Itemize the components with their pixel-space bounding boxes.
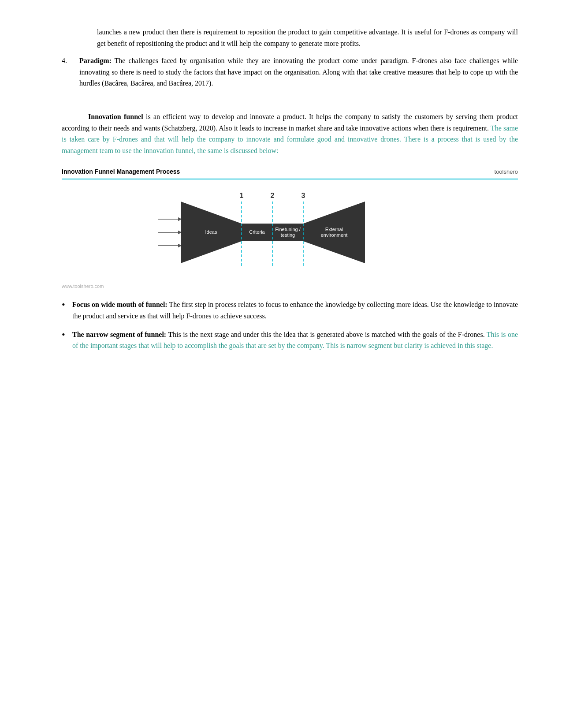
funnel-svg: 1 2 3 Ideas Criteria Finetuning / testin… — [153, 188, 427, 276]
item-bold-label: Paradigm: — [79, 57, 112, 64]
bullet-2-bold: The narrow segment of funnel: T — [72, 331, 173, 338]
intro-paragraph: launches a new product then there is req… — [97, 26, 518, 49]
item-content: Paradigm: The challenges faced by organi… — [79, 55, 518, 89]
svg-text:testing: testing — [280, 232, 294, 238]
bullet-content-2: The narrow segment of funnel: This is th… — [72, 329, 518, 351]
bullet-content-1: Focus on wide mouth of funnel: The first… — [72, 299, 518, 321]
numbered-item-4: 4. Paradigm: The challenges faced by org… — [62, 55, 518, 89]
bullet-dot-1: • — [62, 298, 72, 312]
diagram-header: Innovation Funnel Management Process too… — [62, 167, 518, 179]
intro-text: launches a new product then there is req… — [97, 28, 518, 47]
bullet-2-black: his is the next stage and under this the… — [173, 331, 485, 338]
bullet-item-1: • Focus on wide mouth of funnel: The fir… — [62, 299, 518, 321]
innovation-funnel-title: Innovation funnel — [88, 113, 143, 120]
bullet-dot-2: • — [62, 328, 72, 342]
svg-text:2: 2 — [270, 192, 274, 199]
svg-text:environment: environment — [320, 232, 347, 238]
watermark: www.toolshero.com — [62, 283, 518, 291]
item-text: The challenges faced by organisation whi… — [79, 57, 518, 87]
spacer-1 — [62, 95, 518, 111]
svg-text:1: 1 — [239, 192, 243, 199]
svg-text:3: 3 — [301, 192, 305, 199]
diagram-brand: toolshero — [495, 168, 518, 177]
svg-text:Finetuning /: Finetuning / — [275, 227, 301, 232]
svg-text:Ideas: Ideas — [205, 229, 217, 235]
bullet-list: • Focus on wide mouth of funnel: The fir… — [62, 299, 518, 351]
bullet-1-bold: Focus on wide mouth of funnel: — [72, 301, 167, 308]
diagram-container: Innovation Funnel Management Process too… — [62, 167, 518, 290]
bullet-item-2: • The narrow segment of funnel: This is … — [62, 329, 518, 351]
item-number: 4. — [62, 55, 79, 89]
innovation-funnel-paragraph: Innovation funnel is an efficient way to… — [62, 111, 518, 156]
page: launches a new product then there is req… — [0, 0, 562, 728]
svg-text:Criteria: Criteria — [249, 229, 265, 235]
diagram-title: Innovation Funnel Management Process — [62, 167, 180, 176]
svg-text:External: External — [325, 227, 342, 232]
funnel-area: 1 2 3 Ideas Criteria Finetuning / testin… — [62, 184, 518, 281]
